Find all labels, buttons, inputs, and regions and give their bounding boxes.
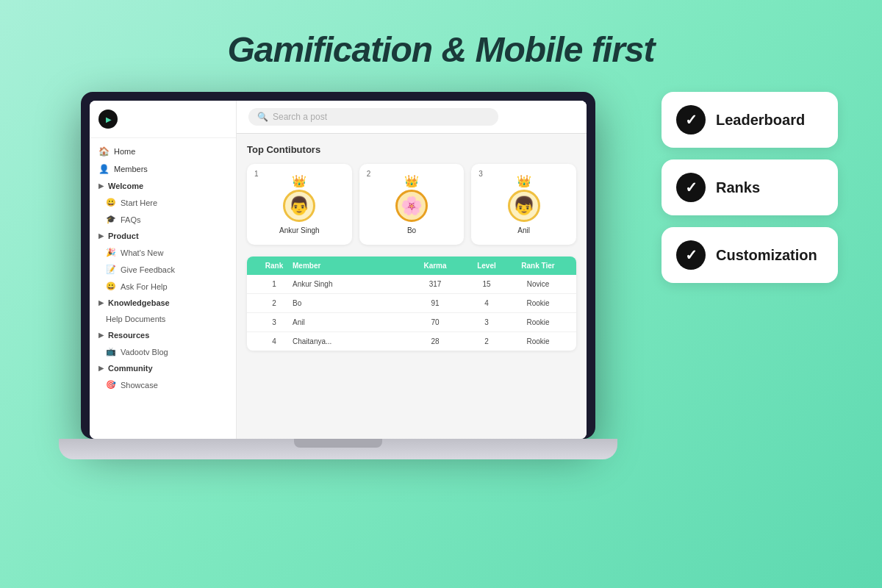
sidebar-item-label: Give Feedback [121, 265, 175, 274]
crown-icon: 👑 [404, 174, 419, 188]
cell-tier: Novice [509, 280, 567, 288]
app-sidebar: 🏠 Home 👤 Members ▶ Welcome 😀 [90, 101, 237, 439]
avatar-2: 🌸 [395, 190, 428, 222]
top-contributors: 1 👑 👨 Ankur Singh 2 👑 [247, 164, 576, 245]
sidebar-item-home[interactable]: 🏠 Home [90, 143, 236, 160]
contributor-card-3: 3 👑 👦 Anil [471, 164, 576, 245]
emoji-icon: 🎉 [106, 248, 116, 257]
search-icon: 🔍 [257, 112, 268, 122]
section-title: Top Contibutors [247, 144, 576, 155]
cell-rank: 4 [256, 337, 293, 345]
sidebar-item-resources[interactable]: ▶ Resources [90, 327, 236, 343]
sidebar-item-showcase[interactable]: 🎯 Showcase [90, 376, 236, 393]
table-row: 1 Ankur Singh 317 15 Novice [247, 275, 576, 294]
sidebar-item-label: Showcase [121, 381, 158, 390]
search-placeholder: Search a post [273, 112, 327, 122]
chevron-icon: ▶ [98, 365, 104, 372]
sidebar-item-help-docs[interactable]: Help Documents [90, 311, 236, 327]
check-circle-icon: ✓ [676, 240, 706, 270]
col-rank: Rank [256, 262, 293, 270]
checkmark-icon: ✓ [685, 111, 698, 129]
checkmark-icon: ✓ [685, 246, 698, 264]
contributor-card-2: 2 👑 🌸 Bo [359, 164, 465, 245]
sidebar-header [90, 101, 236, 138]
contributor-card-1: 1 👑 👨 Ankur Singh [247, 164, 352, 245]
cell-tier: Rookie [509, 337, 567, 345]
feature-card-leaderboard: ✓ Leaderboard [662, 92, 838, 148]
emoji-icon: 😀 [106, 282, 116, 291]
cell-member: Anil [293, 318, 406, 326]
chevron-icon: ▶ [98, 182, 104, 190]
sidebar-item-welcome[interactable]: ▶ Welcome [90, 178, 236, 194]
sidebar-item-label: Knowledgebase [108, 298, 170, 307]
cell-level: 15 [465, 280, 509, 288]
search-bar: 🔍 Search a post [237, 101, 587, 134]
sidebar-item-label: Start Here [121, 198, 157, 207]
home-icon: 🏠 [98, 146, 110, 157]
sidebar-item-label: Members [114, 165, 148, 173]
sidebar-item-label: Welcome [108, 182, 143, 190]
cell-level: 4 [465, 299, 509, 307]
sidebar-item-knowledgebase[interactable]: ▶ Knowledgebase [90, 295, 236, 311]
sidebar-item-whats-new[interactable]: 🎉 What's New [90, 244, 236, 261]
col-karma: Karma [406, 262, 465, 270]
table-header: Rank Member Karma Level Rank Tier [247, 257, 576, 275]
col-level: Level [465, 262, 509, 270]
sidebar-item-ask-help[interactable]: 😀 Ask For Help [90, 278, 236, 295]
cell-karma: 28 [406, 337, 465, 345]
sidebar-item-community[interactable]: ▶ Community [90, 360, 236, 376]
feature-card-ranks: ✓ Ranks [662, 159, 838, 215]
emoji-icon: 📺 [106, 347, 116, 356]
members-icon: 👤 [98, 164, 110, 174]
table-row: 3 Anil 70 3 Rookie [247, 313, 576, 332]
chevron-icon: ▶ [98, 299, 104, 306]
chevron-icon: ▶ [98, 331, 104, 339]
cell-karma: 91 [406, 299, 465, 307]
sidebar-item-faqs[interactable]: 🎓 FAQs [90, 211, 236, 228]
rank-number: 2 [367, 170, 371, 178]
feature-card-customization: ✓ Customization [662, 227, 838, 283]
crown-icon: 👑 [517, 174, 531, 188]
sidebar-item-label: Vadootv Blog [121, 348, 168, 356]
page-title: Gamification & Mobile first [227, 29, 654, 70]
sidebar-item-start-here[interactable]: 😀 Start Here [90, 194, 236, 211]
sidebar-item-label: Community [108, 364, 153, 373]
contributor-name-2: Bo [407, 226, 416, 234]
main-area: 🔍 Search a post Top Contibutors 1 👑 [237, 101, 587, 439]
crown-icon: 👑 [292, 174, 306, 188]
feature-label-customization: Customization [716, 247, 817, 264]
chevron-icon: ▶ [98, 232, 104, 240]
check-circle-icon: ✓ [676, 105, 706, 135]
cell-member: Ankur Singh [293, 280, 406, 288]
emoji-icon: 😀 [106, 198, 116, 207]
laptop-screen: 🏠 Home 👤 Members ▶ Welcome 😀 [81, 92, 595, 439]
sidebar-item-members[interactable]: 👤 Members [90, 160, 236, 178]
avatar-1: 👨 [283, 190, 315, 222]
col-tier: Rank Tier [509, 262, 567, 270]
sidebar-nav: 🏠 Home 👤 Members ▶ Welcome 😀 [90, 138, 236, 398]
content-area: Top Contibutors 1 👑 👨 Ankur Singh [237, 134, 587, 361]
laptop-mockup: 🏠 Home 👤 Members ▶ Welcome 😀 [44, 92, 632, 459]
logo-icon [98, 110, 118, 129]
rank-number: 1 [254, 170, 259, 178]
check-circle-icon: ✓ [676, 173, 706, 202]
cell-tier: Rookie [509, 299, 567, 307]
cell-member: Bo [293, 299, 406, 307]
contributor-name-3: Anil [517, 226, 530, 234]
emoji-icon: 🎓 [106, 215, 116, 224]
sidebar-item-give-feedback[interactable]: 📝 Give Feedback [90, 261, 236, 278]
feature-label-leaderboard: Leaderboard [716, 112, 805, 129]
sidebar-item-blog[interactable]: 📺 Vadootv Blog [90, 343, 236, 360]
emoji-icon: 📝 [106, 265, 116, 274]
sidebar-item-label: Help Documents [106, 315, 165, 323]
table-row: 2 Bo 91 4 Rookie [247, 294, 576, 313]
sidebar-item-product[interactable]: ▶ Product [90, 228, 236, 244]
cell-rank: 2 [256, 299, 293, 307]
feature-label-ranks: Ranks [716, 179, 760, 196]
contributor-name-1: Ankur Singh [279, 226, 319, 234]
cell-tier: Rookie [509, 318, 567, 326]
sidebar-item-label: FAQs [121, 215, 141, 224]
search-input-wrapper[interactable]: 🔍 Search a post [248, 108, 498, 126]
cell-karma: 317 [406, 280, 465, 288]
cell-rank: 3 [256, 318, 293, 326]
